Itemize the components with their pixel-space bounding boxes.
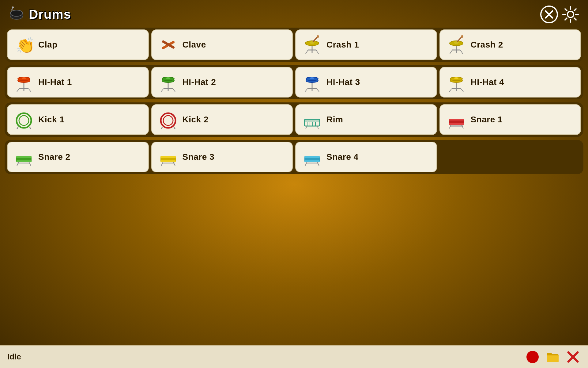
svg-line-54 <box>317 89 319 92</box>
close-bottom-icon <box>566 350 580 364</box>
svg-rect-89 <box>16 156 32 158</box>
rim-icon <box>303 110 322 129</box>
header-right <box>540 6 579 23</box>
clave-label: Clave <box>183 40 206 50</box>
hihat4-icon <box>447 73 466 92</box>
svg-line-15 <box>574 18 576 20</box>
record-button[interactable] <box>525 349 540 365</box>
snare3-label: Snare 3 <box>183 152 215 162</box>
svg-point-50 <box>166 77 170 79</box>
clap-icon: 👏 <box>14 35 33 54</box>
drum-item-hihat1[interactable]: Hi-Hat 1 <box>7 67 149 98</box>
drum-item-kick1[interactable]: Kick 1 <box>7 104 149 135</box>
svg-line-72 <box>174 127 175 129</box>
svg-line-39 <box>17 89 19 92</box>
drum-item-snare4[interactable]: Snare 4 <box>295 142 437 172</box>
drum-item-rim[interactable]: Rim <box>295 104 437 135</box>
svg-line-23 <box>306 50 308 54</box>
drum-row-3: Kick 1 Kick 2 <box>5 102 583 137</box>
svg-line-40 <box>28 89 31 92</box>
svg-rect-103 <box>304 156 320 158</box>
drum-grid: 👏 Clap Clave <box>5 28 583 177</box>
clave-icon <box>159 35 178 54</box>
crash2-icon <box>447 35 466 54</box>
hihat1-label: Hi-Hat 1 <box>38 77 72 87</box>
crash1-icon <box>303 35 322 54</box>
drum-row-2: Hi-Hat 1 Hi-Hat 2 <box>5 65 583 99</box>
svg-point-36 <box>461 35 463 38</box>
svg-point-64 <box>454 77 458 79</box>
hihat1-icon <box>14 73 33 92</box>
header-left: Drums <box>9 6 71 22</box>
svg-line-31 <box>450 50 452 54</box>
svg-line-61 <box>461 89 463 92</box>
svg-rect-82 <box>449 119 464 121</box>
bottom-bar: Idle <box>0 345 588 368</box>
snare2-label: Snare 2 <box>38 152 70 162</box>
hihat3-icon <box>303 73 322 92</box>
svg-point-70 <box>163 116 173 125</box>
svg-point-9 <box>567 11 574 17</box>
drum-item-hihat3[interactable]: Hi-Hat 3 <box>295 67 437 98</box>
snare3-icon <box>159 148 178 167</box>
drum-item-snare3[interactable]: Snare 3 <box>151 142 293 172</box>
drum-item-kick2[interactable]: Kick 2 <box>151 104 293 135</box>
app-icon <box>9 6 24 22</box>
svg-rect-96 <box>160 156 176 158</box>
svg-rect-104 <box>304 160 320 162</box>
svg-line-60 <box>449 89 452 92</box>
status-text: Idle <box>7 352 520 362</box>
svg-point-57 <box>310 77 314 79</box>
clap-label: Clap <box>38 40 58 50</box>
kick1-icon <box>14 110 33 129</box>
folder-button[interactable] <box>545 349 560 365</box>
drum-item-crash1[interactable]: Crash 1 <box>295 29 437 60</box>
hihat2-label: Hi-Hat 2 <box>183 77 216 87</box>
drum-row-4: Snare 2 Snare 3 <box>5 140 583 174</box>
svg-line-67 <box>17 127 18 129</box>
header: Drums <box>0 0 588 29</box>
hihat2-icon <box>159 73 178 92</box>
svg-point-109 <box>526 351 539 363</box>
close-bottom-button[interactable] <box>565 349 581 365</box>
svg-point-66 <box>19 116 29 125</box>
app-title: Drums <box>29 7 71 22</box>
drum-item-crash2[interactable]: Crash 2 <box>439 29 581 60</box>
svg-line-17 <box>565 18 567 20</box>
kick2-label: Kick 2 <box>183 115 209 125</box>
close-button[interactable] <box>540 6 558 23</box>
crash2-label: Crash 2 <box>471 40 503 50</box>
svg-point-28 <box>317 35 319 38</box>
svg-line-71 <box>161 127 162 129</box>
close-icon <box>540 6 558 23</box>
settings-button[interactable] <box>562 6 579 23</box>
svg-rect-90 <box>16 160 32 162</box>
drum-row-1: 👏 Clap Clave <box>5 28 583 62</box>
crash1-label: Crash 1 <box>326 40 359 50</box>
svg-point-43 <box>22 77 26 79</box>
svg-rect-74 <box>304 119 320 122</box>
svg-text:👏: 👏 <box>16 36 33 54</box>
svg-rect-83 <box>449 123 464 125</box>
svg-point-3 <box>10 10 23 16</box>
settings-icon <box>562 6 579 23</box>
svg-line-24 <box>316 50 318 54</box>
record-icon <box>526 350 540 364</box>
drum-item-snare2[interactable]: Snare 2 <box>7 142 149 172</box>
svg-line-14 <box>565 9 567 11</box>
snare4-icon <box>303 148 322 167</box>
svg-line-46 <box>161 89 164 92</box>
drum-item-hihat2[interactable]: Hi-Hat 2 <box>151 67 293 98</box>
drum-item-clave[interactable]: Clave <box>151 29 293 60</box>
snare1-label: Snare 1 <box>471 115 503 125</box>
kick1-label: Kick 1 <box>38 115 65 125</box>
svg-point-5 <box>12 6 14 8</box>
hihat3-label: Hi-Hat 3 <box>326 77 360 87</box>
kick2-icon <box>159 110 178 129</box>
drum-item-clap[interactable]: 👏 Clap <box>7 29 149 60</box>
snare2-icon <box>14 148 33 167</box>
drum-item-hihat4[interactable]: Hi-Hat 4 <box>439 67 581 98</box>
svg-line-47 <box>173 89 175 92</box>
folder-icon <box>546 350 560 364</box>
drum-item-snare1[interactable]: Snare 1 <box>439 104 581 135</box>
